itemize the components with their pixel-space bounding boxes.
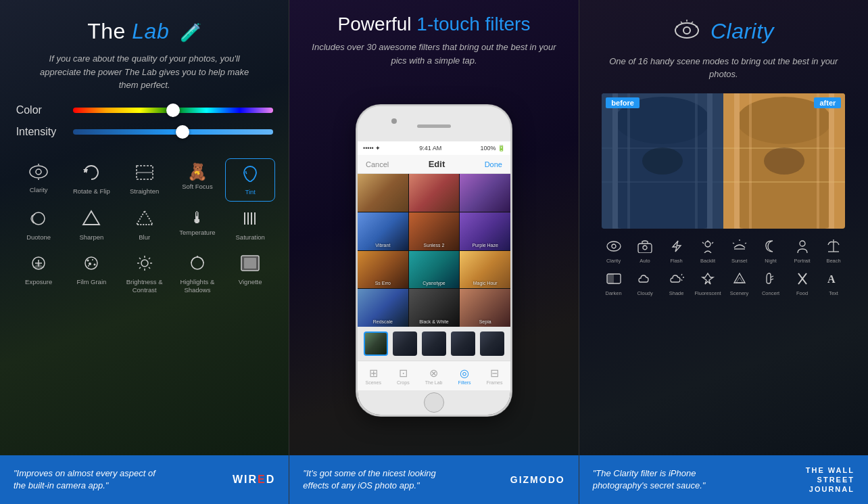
svg-marker-8 — [83, 211, 99, 225]
phone-camera — [391, 118, 397, 124]
svg-marker-68 — [673, 241, 681, 252]
svg-line-40 — [692, 22, 693, 23]
before-after-image: before after — [602, 93, 845, 229]
right-title-highlight: Clarity — [710, 19, 774, 43]
color-label: Color — [16, 104, 64, 116]
tool-rotate[interactable]: Rotate & Flip — [66, 158, 116, 202]
wired-logo: WIRED — [233, 474, 275, 486]
filter-thumb-1[interactable] — [393, 331, 417, 356]
right-footer: "The Clarity filter is iPhone photograph… — [579, 455, 868, 504]
tool-saturation[interactable]: Saturation — [225, 204, 275, 246]
filter-thumb-2[interactable] — [422, 331, 446, 356]
right-sunset-label: Sunset — [731, 258, 747, 264]
filter-cell-3[interactable]: Vibrant — [358, 212, 408, 250]
tool-straighten[interactable]: Straighten — [120, 158, 170, 202]
svg-point-23 — [141, 260, 148, 267]
svg-line-71 — [702, 242, 704, 244]
svg-rect-81 — [607, 274, 614, 283]
right-night-label: Night — [765, 258, 777, 264]
right-tool-fluorescent[interactable]: Fluorescent — [693, 269, 723, 299]
filter-cell-7[interactable]: Cyanotype — [409, 251, 460, 289]
right-clarity-label: Clarity — [606, 258, 621, 264]
filter-cell-5[interactable]: Purple Haze — [460, 212, 510, 250]
right-tool-flash[interactable]: Flash — [661, 237, 692, 267]
tool-highlights[interactable]: Highlights & Shadows — [172, 249, 222, 299]
tool-softfocus[interactable]: 🧸 Soft Focus — [172, 158, 222, 202]
color-slider-thumb[interactable] — [166, 104, 180, 117]
svg-point-53 — [642, 147, 683, 175]
filter-cell-4[interactable]: Sunless 2 — [409, 212, 460, 250]
tool-sharpen[interactable]: Sharpen — [66, 204, 116, 246]
tool-duotone[interactable]: Duotone — [14, 204, 64, 246]
svg-point-38 — [683, 27, 690, 34]
filter-cell-0[interactable] — [358, 174, 408, 212]
right-tool-scenery[interactable]: Scenery — [724, 269, 754, 299]
saturation-label: Saturation — [236, 233, 265, 241]
left-footer-quote: "Improves on almost every aspect of the … — [14, 467, 162, 492]
tool-blur[interactable]: Blur — [120, 204, 170, 246]
right-tool-clarity[interactable]: Clarity — [598, 237, 629, 267]
nav-cancel[interactable]: Cancel — [366, 160, 389, 168]
svg-point-21 — [94, 264, 96, 266]
color-slider[interactable] — [73, 108, 273, 113]
blur-label: Blur — [139, 233, 150, 241]
filter-thumb-4[interactable] — [480, 331, 504, 356]
tool-exposure[interactable]: Exposure — [14, 249, 64, 299]
svg-point-65 — [612, 244, 616, 248]
right-beach-label: Beach — [826, 258, 840, 264]
sharpen-icon — [81, 210, 101, 231]
filter-thumb-3[interactable] — [451, 331, 475, 356]
filter-cell-11[interactable]: Sepia — [460, 289, 510, 327]
filter-cell-2[interactable] — [460, 174, 510, 212]
right-tool-backlit[interactable]: Backlit — [693, 237, 723, 267]
right-tool-cloudy[interactable]: Cloudy — [630, 269, 660, 299]
svg-line-30 — [149, 258, 150, 259]
tab-frames[interactable]: ⊟ Frames — [487, 367, 503, 385]
intensity-slider-thumb[interactable] — [176, 125, 189, 139]
left-title-italic: Lab — [132, 19, 169, 43]
tab-lab-label: The Lab — [425, 380, 443, 385]
softfocus-label: Soft Focus — [182, 183, 212, 190]
tool-vignette[interactable]: Vignette — [225, 249, 275, 299]
clarity-label: Clarity — [30, 186, 48, 193]
tab-scenes[interactable]: ⊞ Scenes — [366, 367, 381, 385]
tab-the-lab[interactable]: ⊗ The Lab — [425, 367, 443, 385]
svg-point-17 — [85, 257, 97, 269]
right-tool-darken[interactable]: Darken — [598, 269, 629, 299]
filter-thumb-0[interactable] — [364, 331, 388, 356]
tab-filters[interactable]: ◎ Filters — [458, 367, 471, 385]
tab-crops[interactable]: ⊡ Crops — [397, 367, 410, 385]
filter-cell-9[interactable]: Redscale — [358, 289, 408, 327]
filter-cell-6[interactable]: Ss Erro — [358, 251, 408, 289]
right-tool-auto[interactable]: Auto — [630, 237, 660, 267]
right-tool-concert[interactable]: Concert — [756, 269, 786, 299]
brightness-label: Brightness & Contrast — [122, 278, 167, 294]
tool-tint[interactable]: Tint — [225, 158, 275, 202]
right-tool-shade[interactable]: Shade — [661, 269, 692, 299]
right-tool-food[interactable]: Food — [787, 269, 817, 299]
svg-rect-52 — [602, 181, 723, 183]
panel-right: Clarity One of 16 handy scene modes to b… — [579, 0, 868, 504]
right-tool-sunset[interactable]: Sunset — [724, 237, 754, 267]
right-tool-portrait[interactable]: Portrait — [787, 237, 817, 267]
right-tool-night[interactable]: Night — [756, 237, 786, 267]
filter-cell-1[interactable] — [409, 174, 460, 212]
lab-icon: ⊗ — [429, 367, 438, 380]
middle-subtitle: Includes over 30 awesome filters that br… — [303, 41, 564, 67]
home-button[interactable] — [424, 392, 444, 413]
straighten-icon — [135, 164, 155, 185]
intensity-slider[interactable] — [73, 129, 273, 135]
nav-done[interactable]: Done — [485, 160, 502, 168]
right-tool-text[interactable]: A Text — [819, 269, 849, 299]
tool-filmgrain[interactable]: Film Grain — [66, 249, 116, 299]
right-tool-beach[interactable]: Beach — [819, 237, 849, 267]
rotate-label: Rotate & Flip — [73, 187, 110, 195]
exposure-icon — [28, 254, 49, 275]
svg-line-31 — [139, 267, 141, 269]
right-footer-quote: "The Clarity filter is iPhone photograph… — [593, 467, 742, 492]
tool-clarity[interactable]: Clarity — [14, 158, 64, 202]
tool-brightness[interactable]: Brightness & Contrast — [120, 249, 170, 299]
filter-cell-8[interactable]: Magic Hour — [460, 251, 510, 289]
filter-cell-10[interactable]: Black & White — [409, 289, 460, 327]
tool-temperature[interactable]: 🌡 Temperature — [172, 204, 222, 246]
